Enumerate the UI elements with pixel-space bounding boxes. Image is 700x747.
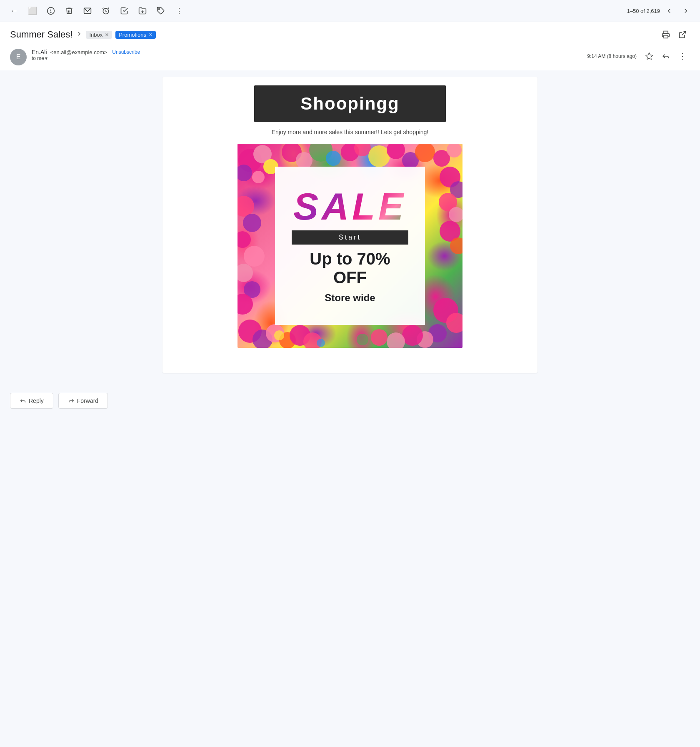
svg-point-51 (244, 246, 265, 267)
sender-name: En.Ali (32, 49, 47, 55)
email-subject: Summer Sales! Inbox ✕ Promotions ✕ (10, 29, 655, 40)
snooze-icon[interactable] (98, 3, 113, 18)
pagination-text: 1–50 of 2,619 (627, 8, 660, 14)
svg-point-39 (402, 325, 423, 346)
mark-unread-icon[interactable] (80, 3, 95, 18)
tagline: Enjoy more and more sales this summer!! … (272, 129, 429, 135)
email-body-wrapper: Shoopingg Enjoy more and more sales this… (0, 70, 700, 383)
svg-line-5 (103, 8, 104, 9)
avatar: E (10, 49, 27, 65)
sale-white-box: SALE Start Up to 70% OFF Store wide (275, 167, 425, 325)
spam-icon[interactable] (43, 3, 58, 18)
sale-banner: SALE Start Up to 70% OFF Store wide (238, 144, 462, 348)
svg-point-56 (357, 334, 368, 345)
svg-point-18 (296, 152, 312, 169)
svg-point-41 (371, 329, 388, 346)
email-meta: E En.Ali <en.ali@example.com> Unsubscrib… (0, 45, 700, 70)
svg-point-23 (368, 145, 390, 167)
to-me-dropdown[interactable]: to me ▾ (32, 55, 582, 61)
inbox-tag-close[interactable]: ✕ (105, 32, 109, 37)
sender-info: En.Ali <en.ali@example.com> Unsubscribe … (32, 49, 582, 61)
svg-point-57 (317, 339, 325, 347)
svg-point-2 (50, 12, 51, 13)
back-button[interactable]: ← (7, 3, 22, 18)
star-button[interactable] (642, 49, 657, 64)
reply-button[interactable]: Reply (10, 393, 53, 409)
top-toolbar: ← ⬜ (0, 0, 700, 22)
sale-start-button[interactable]: Start (292, 230, 408, 245)
svg-point-48 (238, 196, 254, 217)
forward-subject-icon[interactable] (76, 30, 82, 39)
sender-email: <en.ali@example.com> (50, 49, 108, 55)
archive-icon[interactable]: ⬜ (25, 3, 40, 18)
reply-icon (20, 397, 26, 404)
forward-icon (68, 397, 75, 404)
pagination: 1–50 of 2,619 (627, 3, 693, 18)
email-timestamp: 9:14 AM (8 hours ago) (587, 53, 637, 59)
inbox-tag[interactable]: Inbox ✕ (86, 31, 112, 39)
sale-text: SALE (293, 188, 407, 225)
svg-point-49 (243, 214, 261, 232)
storewide-text: Store wide (325, 292, 375, 304)
meta-right: 9:14 AM (8 hours ago) ⋮ (587, 49, 690, 64)
promotions-tag[interactable]: Promotions ✕ (115, 31, 156, 39)
unsubscribe-link[interactable]: Unsubscribe (112, 49, 140, 55)
print-button[interactable] (658, 27, 673, 42)
open-in-new-button[interactable] (675, 27, 690, 42)
email-content: Shoopingg Enjoy more and more sales this… (162, 77, 538, 356)
promotions-tag-close[interactable]: ✕ (149, 32, 152, 37)
brand-name: Shoopingg (271, 94, 429, 114)
svg-point-55 (274, 330, 284, 340)
move-to-icon[interactable] (135, 3, 150, 18)
email-header: Summer Sales! Inbox ✕ Promotions ✕ (0, 22, 700, 45)
email-footer: Reply Forward (0, 383, 700, 419)
subject-text: Summer Sales! (10, 29, 72, 40)
svg-rect-9 (664, 35, 668, 38)
prev-page-button[interactable] (662, 3, 677, 18)
reply-header-button[interactable] (658, 49, 673, 64)
label-icon[interactable] (153, 3, 168, 18)
discount-text: Up to 70% OFF (292, 250, 408, 287)
more-email-options-icon[interactable]: ⋮ (675, 49, 690, 64)
dropdown-icon: ▾ (45, 55, 48, 61)
delete-icon[interactable] (62, 3, 77, 18)
svg-point-8 (159, 9, 160, 10)
forward-button[interactable]: Forward (58, 393, 108, 409)
more-options-icon[interactable]: ⋮ (172, 3, 187, 18)
svg-point-16 (252, 171, 265, 183)
svg-marker-11 (646, 53, 653, 60)
svg-point-52 (238, 264, 253, 282)
svg-point-50 (238, 231, 251, 248)
svg-line-10 (682, 32, 685, 35)
svg-point-20 (326, 151, 341, 166)
sender-name-row: En.Ali <en.ali@example.com> Unsubscribe (32, 49, 582, 55)
next-page-button[interactable] (678, 3, 693, 18)
email-header-actions (658, 27, 690, 42)
flowers-background: SALE Start Up to 70% OFF Store wide (238, 144, 462, 348)
add-task-icon[interactable] (117, 3, 132, 18)
svg-line-6 (108, 8, 109, 9)
brand-header: Shoopingg (254, 85, 446, 122)
email-card: Shoopingg Enjoy more and more sales this… (162, 77, 538, 373)
